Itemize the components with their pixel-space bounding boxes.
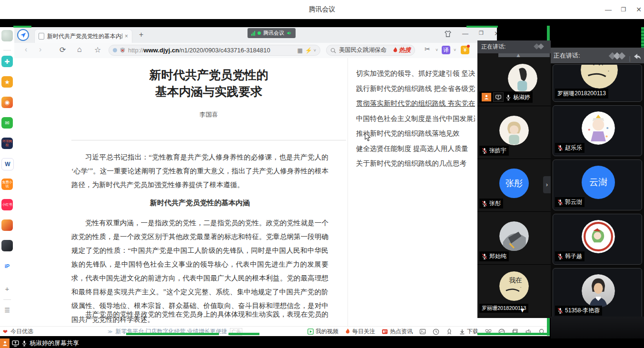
image-gallery-icon[interactable] xyxy=(419,328,426,335)
related-link[interactable]: 践行新时代党的组织路线 把全省各级党组… xyxy=(356,85,475,93)
participant-name: 张彤 xyxy=(489,199,501,208)
video-tile[interactable]: 张皓宇 xyxy=(477,106,551,159)
related-link[interactable]: 推动新时代党的组织路线落地见效 xyxy=(356,129,475,138)
mail-icon[interactable]: ✉ xyxy=(1,117,13,129)
browser-maximize-icon[interactable]: ❐ xyxy=(479,30,484,38)
url-scheme: http:// xyxy=(128,47,144,54)
ip-app-icon[interactable]: iP xyxy=(1,260,13,272)
sidebar-divider xyxy=(3,50,11,50)
forward-icon[interactable]: › xyxy=(39,45,41,54)
capture-dropdown-icon[interactable]: ˅ xyxy=(436,48,438,52)
translate-icon[interactable]: 译 xyxy=(442,46,450,54)
boost-rocket-icon[interactable] xyxy=(446,328,453,335)
scroll-up-icon[interactable]: ▲ xyxy=(515,53,521,59)
bookmark-star-icon[interactable]: ☆ xyxy=(94,45,101,54)
word-doc-icon[interactable]: W xyxy=(1,158,14,170)
close-button[interactable]: ✕ xyxy=(634,5,644,14)
pubg-game-icon[interactable] xyxy=(1,240,13,251)
video-tile[interactable]: 韩子越 xyxy=(553,214,642,265)
section-heading: 新时代共产党员党性的基本内涵 xyxy=(71,199,328,208)
new-tab-button[interactable]: + xyxy=(139,30,143,39)
video-tile[interactable]: 我在· 罗丽珊2018200113 xyxy=(553,64,642,102)
related-link[interactable]: 关于新时代党的组织路线的几点思考 xyxy=(356,159,475,168)
video-tile[interactable]: 云澍 郭云澍 xyxy=(553,159,642,210)
health-app-icon[interactable]: ✚ xyxy=(1,56,13,67)
related-link[interactable]: 切实加强党的领导、抓好党建引领 坚决夺… xyxy=(356,70,475,78)
avatar: 我在· xyxy=(499,271,529,301)
maximize-button[interactable]: ❐ xyxy=(619,5,628,14)
mic-muted-icon xyxy=(482,148,487,154)
participant-name: 韩子越 xyxy=(565,252,582,260)
meeting-title: 腾讯会议 xyxy=(0,5,644,14)
screen-share-badge-icon xyxy=(493,92,504,102)
video-tile[interactable]: ▲ 杨淑婷 xyxy=(477,53,551,106)
history-clock-icon[interactable] xyxy=(433,328,439,335)
user-avatar[interactable] xyxy=(1,30,13,41)
skin-theme-icon[interactable] xyxy=(444,30,452,38)
share-border-segment xyxy=(13,26,31,28)
browser-sidebar: ✚ ★ ◉ ✉ 环球网校 W 免费小说 小红书 iP + ☰ xyxy=(0,27,15,326)
sidebar-menu-icon[interactable]: ☰ xyxy=(1,304,13,316)
tab-close-icon[interactable]: × xyxy=(125,33,128,40)
daily-focus-button[interactable]: 每日关注 xyxy=(345,328,375,336)
download-button[interactable]: 下载 xyxy=(459,328,478,336)
address-bar[interactable]: http://www.djyj.cn/n1/2020/0903/c433716-… xyxy=(109,45,320,56)
floating-speaker-panel[interactable]: 正在讲话: ▲ xyxy=(477,40,551,318)
browser-logo-icon[interactable] xyxy=(17,29,29,41)
insecure-shield-icon[interactable] xyxy=(119,47,126,53)
floating-panel-header: 正在讲话: xyxy=(477,40,551,53)
scissors-capture-icon[interactable]: ✂ xyxy=(425,45,430,53)
tab-title: 新时代共产党员党性的基本内涵 xyxy=(47,32,123,40)
participant-label: 郑始纯 xyxy=(479,251,509,261)
url-path: /n1/2020/0903/c433716-3184810 xyxy=(179,47,270,54)
side-speaker-panel[interactable]: 正在讲话: | 我在· 罗丽珊2018200113 xyxy=(551,48,644,317)
mic-muted-icon xyxy=(557,199,563,205)
weibo-icon[interactable]: ◉ xyxy=(1,97,13,108)
avatar-initials: 张彤 xyxy=(499,169,529,198)
avatar xyxy=(582,274,615,308)
back-icon[interactable]: ‹ xyxy=(25,45,27,54)
webpage-content: 新时代共产党员党性的 基本内涵与实践要求 李国喜 习近平总书记指出：“党性教育是… xyxy=(14,58,550,326)
scroll-down-icon[interactable]: ▼ xyxy=(519,307,525,314)
daily-picks-label[interactable]: 今日优选 xyxy=(10,328,33,336)
home-icon[interactable]: ⌂ xyxy=(77,45,82,54)
video-tile[interactable]: 张彤 › 张彤 xyxy=(477,159,551,212)
video-tile[interactable]: 51358-李艳蓉 xyxy=(553,268,642,319)
video-tile[interactable]: 赵乐乐 xyxy=(553,105,642,156)
add-favorite-button[interactable]: + xyxy=(1,283,13,294)
related-link[interactable]: 健全选贤任能制度 提高选人用人质量 xyxy=(356,145,475,153)
chevrons-icon: ≫ xyxy=(108,329,112,334)
favorites-star-icon[interactable]: ★ xyxy=(1,76,13,88)
reload-icon[interactable]: ⟳ xyxy=(59,45,66,54)
related-link-hovered[interactable]: 贯彻落实新时代党的组织路线 夯实党在边… xyxy=(356,99,475,108)
page-favicon xyxy=(39,33,44,40)
video-tile[interactable]: 郑始纯 xyxy=(477,212,551,265)
related-link[interactable]: 中国特色社会主义制度是当代中国发展进步· xyxy=(356,115,475,123)
game-app-icon[interactable] xyxy=(1,219,13,231)
expand-panel-icon[interactable]: › xyxy=(543,176,551,193)
search-box[interactable]: 美国民众跳湖保命 热搜 xyxy=(326,45,415,56)
svg-text:我在: 我在 xyxy=(592,64,608,66)
hot-search-label[interactable]: 热搜 xyxy=(399,46,411,54)
browser-tab[interactable]: 新时代共产党员党性的基本内涵 × xyxy=(34,29,132,43)
huanqiu-wangxiao-icon[interactable]: 环球网校 xyxy=(1,138,13,149)
my-video-button[interactable]: 我的视频 xyxy=(307,328,338,336)
video-tile[interactable]: 我在· 罗丽珊2018200113 ▼ xyxy=(477,265,551,316)
paragraph-3: 共产党员的党性是政党的党性在党员身上的具体体现和生动实践，表现在党员的信仰信 xyxy=(71,308,328,325)
xiaohongshu-icon[interactable]: 小红书 xyxy=(1,199,13,210)
pill-label: 腾讯会议 xyxy=(263,30,284,37)
screen-share-banner: 杨淑婷的屏幕共享 xyxy=(0,338,644,348)
qr-code-icon[interactable]: ▦ xyxy=(297,47,302,54)
browser-minimize-icon[interactable]: — xyxy=(462,30,468,38)
meeting-indicator-pill[interactable]: 腾讯会议 xyxy=(248,28,296,38)
speaking-label: 正在讲话: xyxy=(481,43,505,50)
participant-name: 杨淑婷 xyxy=(513,93,530,101)
flash-speed-icon[interactable]: ⚡ xyxy=(305,47,312,54)
translate-dropdown-icon[interactable]: ˅ xyxy=(454,48,456,52)
free-novel-icon[interactable]: 免费小说 xyxy=(1,179,13,190)
download-icon xyxy=(459,329,465,335)
urlbar-dropdown-icon[interactable]: ˅ xyxy=(314,48,316,53)
hot-news-button[interactable]: 热点资讯 xyxy=(382,328,413,336)
minimize-button[interactable]: — xyxy=(604,5,613,14)
presenter-badge-icon xyxy=(0,338,10,348)
